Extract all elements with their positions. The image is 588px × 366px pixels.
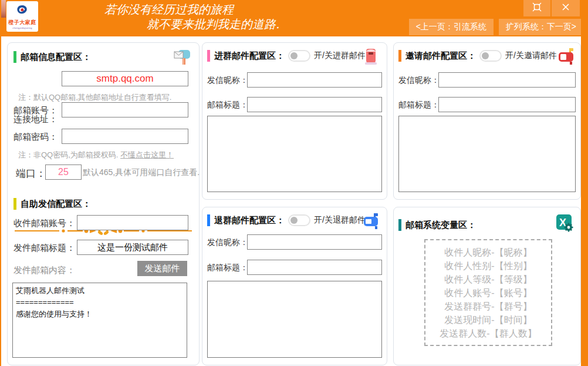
green-accent-bar bbox=[13, 51, 16, 63]
pink-accent-bar bbox=[207, 50, 210, 62]
password-input[interactable] bbox=[62, 129, 188, 144]
invite-nickname-row: 发信昵称： bbox=[398, 75, 440, 86]
server-input[interactable] bbox=[62, 71, 188, 86]
mailbox-open-icon bbox=[172, 45, 193, 69]
mailbox-blue-icon bbox=[362, 212, 381, 232]
port-row: 端口： bbox=[16, 167, 46, 180]
recipient-label: 收件邮箱账号： bbox=[13, 218, 75, 229]
toggle-knob bbox=[290, 217, 298, 224]
teal-accent-bar bbox=[398, 219, 401, 231]
port-label: 端口： bbox=[16, 167, 46, 180]
password-help-link[interactable]: 不懂点击这里！ bbox=[120, 150, 174, 159]
join-subject-input[interactable] bbox=[247, 97, 382, 112]
content-label: 发件邮箱内容： bbox=[13, 265, 75, 276]
quit-subject-input[interactable] bbox=[247, 260, 382, 275]
panel-join-group: 进群邮件配置区： 开/关进群邮件 发信昵称： 邮箱标题： bbox=[202, 42, 387, 200]
quit-group-toggle[interactable] bbox=[288, 214, 310, 226]
close-icon bbox=[561, 2, 570, 14]
window-border-right bbox=[581, 0, 588, 366]
password-row: 邮箱密码： bbox=[13, 132, 58, 143]
panel-quit-group: 退群邮件配置区： 开/关退群邮件 发信昵称： 邮箱标题： bbox=[202, 207, 387, 365]
invite-toggle-label: 开/关邀请邮件 bbox=[505, 51, 557, 61]
mailbox-red-flag-icon bbox=[557, 48, 576, 68]
account-row: 邮箱账号： bbox=[13, 105, 58, 116]
send-mail-button[interactable]: 发送邮件 bbox=[137, 261, 187, 276]
yellow-accent-bar bbox=[13, 198, 16, 210]
slogan-line2: 就不要来批判我走的道路. bbox=[147, 17, 279, 32]
toggle-knob bbox=[482, 52, 489, 59]
invite-nickname-input[interactable] bbox=[438, 72, 576, 88]
subject-row: 发件邮箱标题： bbox=[13, 243, 75, 254]
panel-variables: 邮箱系统变量区： X 收件人昵称-【昵称】 收件人性别-【性别】 收件人等级-【… bbox=[393, 207, 581, 365]
minimize-icon bbox=[532, 2, 542, 15]
variable-gear-icon: X bbox=[556, 213, 573, 234]
quit-subject-row: 邮箱标题： bbox=[207, 263, 248, 273]
quit-group-toggle-label: 开/关退群邮件 bbox=[314, 215, 366, 226]
page-nav: <上一页：引流系统 扩列系统：下一页> bbox=[409, 19, 583, 35]
quit-mail-textarea[interactable] bbox=[207, 281, 382, 358]
mail-content-textarea[interactable]: 艾雨机器人邮件测试 ============= 感谢您的使用与支持！ bbox=[12, 283, 187, 358]
join-group-toggle[interactable] bbox=[288, 50, 310, 62]
variable-item: 发送群群号-【群号】 bbox=[444, 300, 532, 313]
app-window: 橙子大家庭 chengzidajiating 若你没有经历过我的旅程 就不要来批… bbox=[0, 0, 588, 366]
subject-label: 发件邮箱标题： bbox=[13, 243, 75, 254]
quit-subject-label: 邮箱标题： bbox=[207, 263, 248, 273]
join-subject-row: 邮箱标题： bbox=[207, 100, 248, 110]
logo-swirl-icon bbox=[15, 4, 29, 18]
titlebar-slogan: 若你没有经历过我的旅程 就不要来批判我走的道路. bbox=[104, 2, 279, 32]
invite-subject-input[interactable] bbox=[438, 97, 576, 112]
quit-nickname-label: 发信昵称： bbox=[207, 237, 248, 248]
join-subject-label: 邮箱标题： bbox=[207, 100, 248, 110]
join-nickname-label: 发信昵称： bbox=[207, 75, 248, 86]
variable-item: 收件人性别-【性别】 bbox=[444, 259, 532, 273]
variable-item: 收件人账号-【账号】 bbox=[444, 286, 532, 300]
port-input[interactable] bbox=[45, 164, 82, 180]
app-logo: 橙子大家庭 chengzidajiating bbox=[6, 1, 38, 32]
variables-list: 收件人昵称-【昵称】 收件人性别-【性别】 收件人等级-【等级】 收件人账号-【… bbox=[424, 239, 552, 346]
quit-nickname-row: 发信昵称： bbox=[207, 237, 248, 248]
password-note: 注：非QQ密码,为邮箱授权码. 不懂点击这里！ bbox=[18, 150, 174, 160]
slogan-line1: 若你没有经历过我的旅程 bbox=[104, 2, 279, 17]
quit-nickname-input[interactable] bbox=[247, 234, 382, 250]
join-group-toggle-label: 开/关进群邮件 bbox=[314, 51, 366, 61]
account-input[interactable] bbox=[62, 102, 188, 117]
variable-item: 收件人昵称-【昵称】 bbox=[444, 246, 532, 259]
blue-accent-bar bbox=[207, 214, 210, 226]
mail-info-title: 邮箱信息配置区： bbox=[13, 51, 91, 63]
window-border-left bbox=[0, 0, 1, 366]
invite-title: 邀请邮件配置区： 开/关邀请邮件 bbox=[398, 50, 557, 62]
logo-title: 橙子大家庭 bbox=[8, 19, 36, 26]
close-button[interactable] bbox=[552, 0, 580, 16]
account-label: 邮箱账号： bbox=[13, 105, 58, 116]
self-send-title: 自助发信配置区： bbox=[13, 198, 91, 210]
logo-subtitle: chengzidajiating bbox=[12, 26, 32, 29]
invite-toggle[interactable] bbox=[479, 50, 502, 62]
recipient-row: 收件邮箱账号： bbox=[13, 218, 75, 229]
postbox-icon bbox=[362, 46, 380, 68]
minimize-button[interactable] bbox=[523, 0, 550, 16]
orange-accent-bar bbox=[398, 50, 401, 62]
recipient-input[interactable] bbox=[77, 215, 188, 230]
password-label: 邮箱密码： bbox=[13, 132, 58, 143]
toggle-knob bbox=[290, 52, 298, 59]
quit-group-title: 退群邮件配置区： 开/关退群邮件 bbox=[207, 214, 366, 226]
invite-nickname-label: 发信昵称： bbox=[398, 75, 440, 86]
titlebar: 橙子大家庭 chengzidajiating 若你没有经历过我的旅程 就不要来批… bbox=[0, 0, 588, 36]
invite-mail-textarea[interactable] bbox=[398, 116, 576, 192]
join-nickname-row: 发信昵称： bbox=[207, 75, 248, 86]
invite-subject-row: 邮箱标题： bbox=[398, 100, 440, 110]
variable-item: 发送群人数-【群人数】 bbox=[440, 327, 536, 340]
subject-input[interactable] bbox=[77, 240, 188, 255]
prev-page-button[interactable]: <上一页：引流系统 bbox=[409, 19, 494, 35]
server-note: 注：默认QQ邮箱,其他邮箱地址自行查看填写. bbox=[18, 92, 171, 103]
variables-title: 邮箱系统变量区： bbox=[398, 219, 476, 231]
variable-item: 发送现时间-【时间】 bbox=[444, 313, 532, 327]
panel-mail-info: 邮箱信息配置区： 连接地址： 注：默认QQ邮箱,其他邮箱地址自行查看填写. 邮箱… bbox=[7, 42, 200, 365]
join-group-title: 进群邮件配置区： 开/关进群邮件 bbox=[207, 50, 366, 62]
variable-item: 收件人等级-【等级】 bbox=[444, 273, 532, 286]
join-nickname-input[interactable] bbox=[247, 72, 382, 88]
invite-subject-label: 邮箱标题： bbox=[398, 100, 440, 110]
next-page-button[interactable]: 扩列系统：下一页> bbox=[499, 19, 583, 35]
join-mail-textarea[interactable] bbox=[207, 116, 382, 192]
panel-invite: 邀请邮件配置区： 开/关邀请邮件 发信昵称： 邮箱标题： bbox=[393, 42, 581, 200]
